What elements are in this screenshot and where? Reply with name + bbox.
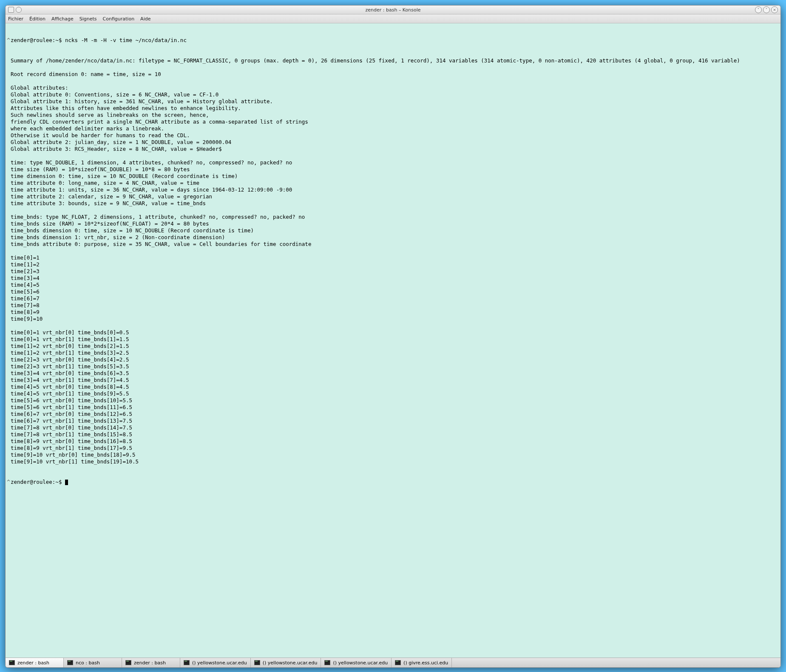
gutter-blank: [6, 64, 11, 71]
terminal-text: time_bnds: type NC_FLOAT, 2 dimensions, …: [11, 214, 305, 220]
terminal-output-line: time size (RAM) = 10*sizeof(NC_DOUBLE) =…: [6, 166, 779, 173]
terminal-text: time[1]=2 vrt_nbr[0] time_bnds[2]=1.5: [11, 343, 129, 349]
menu-aide[interactable]: Aide: [140, 16, 150, 22]
titlebar[interactable]: zender : bash – Konsole ˅ ˄ ×: [6, 6, 780, 14]
gutter-blank: [6, 159, 11, 166]
gutter-blank: [6, 404, 11, 411]
gutter-blank: [6, 424, 11, 431]
terminal-text: time[7]=8 vrt_nbr[0] time_bnds[14]=7.5: [11, 424, 132, 431]
terminal-output-line: time_bnds dimension 1: vrt_nbr, size = 2…: [6, 234, 779, 241]
terminal-output-line: time[2]=3 vrt_nbr[0] time_bnds[4]=2.5: [6, 356, 779, 363]
terminal-icon: [125, 660, 131, 665]
terminal-output-line: Global attribute 3: RCS_Header, size = 8…: [6, 146, 779, 152]
konsole-window: zender : bash – Konsole ˅ ˄ × Fichier Éd…: [5, 5, 781, 668]
shell-command: ncks -M -m -H -v time ~/nco/data/in.nc: [65, 37, 187, 43]
gutter-caret: ^: [6, 37, 11, 44]
gutter-blank: [6, 125, 11, 132]
terminal-text: time[0]=1: [11, 254, 40, 261]
terminal-output-line: time[8]=9 vrt_nbr[0] time_bnds[16]=8.5: [6, 438, 779, 445]
tab-label: zender : bash: [134, 660, 166, 666]
terminal-output-line: time[2]=3 vrt_nbr[1] time_bnds[5]=3.5: [6, 363, 779, 370]
terminal-output-line: time[2]=3: [6, 268, 779, 275]
terminal-output-line: time dimension 0: time, size = 10 NC_DOU…: [6, 173, 779, 180]
gutter-blank: [6, 275, 11, 282]
gutter-blank: [6, 302, 11, 309]
terminal-output-line: where each embedded delimiter marks a li…: [6, 125, 779, 132]
terminal-text: time[8]=9: [11, 309, 40, 315]
menu-fichier[interactable]: Fichier: [8, 16, 23, 22]
gutter-blank: [6, 418, 11, 424]
terminal-icon: [395, 660, 401, 665]
terminal-text: time_bnds dimension 1: vrt_nbr, size = 2…: [11, 234, 225, 240]
terminal-output-line: time[6]=7: [6, 295, 779, 302]
terminal-output-line: [6, 207, 779, 214]
terminal-text: time[1]=2 vrt_nbr[1] time_bnds[3]=2.5: [11, 350, 129, 356]
gutter-blank: [6, 112, 11, 119]
terminal[interactable]: ^zender@roulee:~$ ncks -M -m -H -v time …: [6, 23, 780, 658]
terminal-output-line: time attribute 0: long_name, size = 4 NC…: [6, 180, 779, 186]
gutter-blank: [6, 173, 11, 180]
terminal-output-line: time[1]=2 vrt_nbr[1] time_bnds[3]=2.5: [6, 350, 779, 356]
terminal-text: time[0]=1 vrt_nbr[1] time_bnds[1]=1.5: [11, 336, 129, 342]
gutter-blank: [6, 316, 11, 322]
gutter-blank: [6, 186, 11, 193]
gutter-blank: [6, 227, 11, 234]
gutter-blank: [6, 57, 11, 64]
tab-session-5[interactable]: () yellowstone.ucar.edu: [251, 658, 321, 667]
terminal-text: Global attribute 3: RCS_Header, size = 8…: [11, 146, 222, 152]
terminal-output-line: time[5]=6 vrt_nbr[0] time_bnds[10]=5.5: [6, 397, 779, 404]
close-button[interactable]: ×: [771, 6, 778, 13]
tab-label: () yellowstone.ucar.edu: [333, 660, 388, 666]
terminal-output-line: time[5]=6 vrt_nbr[1] time_bnds[11]=6.5: [6, 404, 779, 411]
gutter-blank: [6, 119, 11, 125]
terminal-output-line: time[9]=10: [6, 316, 779, 322]
gutter-blank: [6, 445, 11, 452]
tab-session-2[interactable]: nco : bash: [64, 658, 122, 667]
terminal-output-line: time_bnds dimension 0: time, size = 10 N…: [6, 227, 779, 234]
terminal-output-line: time[6]=7 vrt_nbr[0] time_bnds[12]=6.5: [6, 411, 779, 418]
terminal-text: time_bnds attribute 0: purpose, size = 3…: [11, 241, 311, 247]
minimize-button[interactable]: ˅: [755, 6, 762, 13]
tab-label: () yellowstone.ucar.edu: [192, 660, 247, 666]
terminal-text: Such newlines should serve as linebreaks…: [11, 112, 209, 118]
gutter-blank: [6, 452, 11, 458]
menu-signets[interactable]: Signets: [79, 16, 97, 22]
gutter-blank: [6, 71, 11, 78]
gutter-blank: [6, 234, 11, 241]
gutter-blank: [6, 132, 11, 139]
tab-session-6[interactable]: () yellowstone.ucar.edu: [321, 658, 392, 667]
menu-edition[interactable]: Édition: [29, 16, 45, 22]
tab-session-4[interactable]: () yellowstone.ucar.edu: [180, 658, 251, 667]
gutter-blank: [6, 336, 11, 343]
gutter-blank: [6, 139, 11, 146]
terminal-output-line: friendly CDL converters print a single N…: [6, 119, 779, 125]
tab-session-7[interactable]: () givre.ess.uci.edu: [392, 658, 452, 667]
terminal-output-line: Global attribute 2: julian_day, size = 1…: [6, 139, 779, 146]
gutter-blank: [6, 309, 11, 316]
menu-affichage[interactable]: Affichage: [51, 16, 74, 22]
terminal-output-line: time[5]=6: [6, 288, 779, 295]
window-title: zender : bash – Konsole: [6, 7, 780, 13]
terminal-output-line: Otherwise it would be harder for humans …: [6, 132, 779, 139]
gutter-blank: [6, 356, 11, 363]
titlebar-dot-icon: [16, 7, 22, 13]
terminal-text: time[1]=2: [11, 261, 40, 268]
terminal-output-line: Global attributes:: [6, 85, 779, 91]
app-icon: [8, 7, 14, 13]
terminal-text: Attributes like this often have embedded…: [11, 105, 241, 111]
gutter-blank: [6, 152, 11, 159]
menu-configuration[interactable]: Configuration: [103, 16, 135, 22]
gutter-blank: [6, 322, 11, 329]
gutter-blank: [6, 220, 11, 227]
terminal-output-line: time[4]=5 vrt_nbr[1] time_bnds[9]=5.5: [6, 390, 779, 397]
tab-session-1[interactable]: zender : bash: [6, 658, 64, 667]
terminal-output-line: time[0]=1 vrt_nbr[1] time_bnds[1]=1.5: [6, 336, 779, 343]
maximize-button[interactable]: ˄: [763, 6, 770, 13]
gutter-blank: [6, 78, 11, 85]
terminal-output-line: time[9]=10 vrt_nbr[1] time_bnds[19]=10.5: [6, 458, 779, 465]
terminal-output-line: time_bnds size (RAM) = 10*2*sizeof(NC_FL…: [6, 220, 779, 227]
terminal-output-line: Attributes like this often have embedded…: [6, 105, 779, 112]
tab-session-3[interactable]: zender : bash: [122, 658, 180, 667]
gutter-blank: [6, 105, 11, 112]
terminal-output-line: time[6]=7 vrt_nbr[1] time_bnds[13]=7.5: [6, 418, 779, 424]
